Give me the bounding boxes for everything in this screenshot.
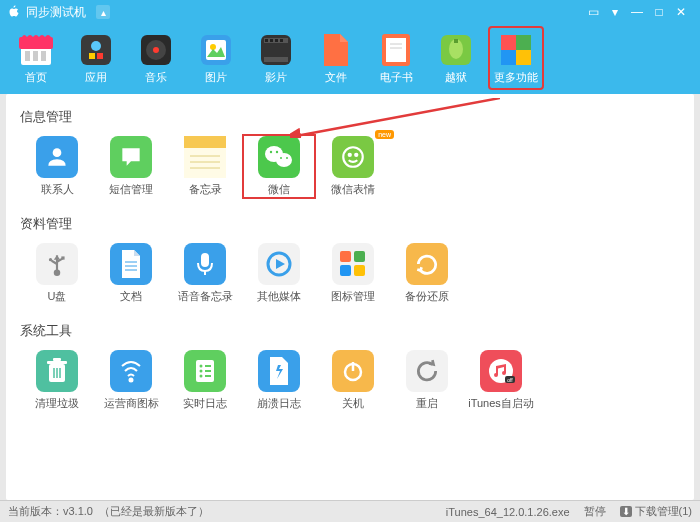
item-emoji[interactable]: new微信表情 bbox=[316, 134, 390, 199]
version-label: 当前版本：v3.1.0 bbox=[8, 504, 93, 519]
item-label: 其他媒体 bbox=[257, 289, 301, 304]
item-contact[interactable]: 联系人 bbox=[20, 134, 94, 199]
toolbar-label: 更多功能 bbox=[494, 70, 538, 85]
svg-rect-2 bbox=[25, 51, 30, 61]
svg-point-41 bbox=[270, 151, 272, 153]
main-toolbar: 首页应用音乐图片影片文件电子书越狱更多功能 bbox=[0, 24, 700, 94]
pin-icon[interactable]: ▴ bbox=[96, 5, 110, 19]
maximize-button[interactable]: □ bbox=[648, 1, 670, 23]
item-label: 清理垃圾 bbox=[35, 396, 79, 411]
minimize-button[interactable]: — bbox=[626, 1, 648, 23]
toolbar-photo[interactable]: 图片 bbox=[188, 26, 244, 90]
item-label: U盘 bbox=[48, 289, 67, 304]
item-memo[interactable]: 备忘录 bbox=[168, 134, 242, 199]
item-label: 备忘录 bbox=[189, 182, 222, 197]
svg-rect-19 bbox=[270, 39, 273, 42]
toolbar-jail[interactable]: 越狱 bbox=[428, 26, 484, 90]
item-label: 崩溃日志 bbox=[257, 396, 301, 411]
svg-rect-57 bbox=[201, 253, 209, 267]
svg-rect-23 bbox=[386, 38, 406, 62]
toolbar-apps[interactable]: 应用 bbox=[68, 26, 124, 90]
svg-point-44 bbox=[286, 157, 288, 159]
toolbar-music[interactable]: 音乐 bbox=[128, 26, 184, 90]
exe-label: iTunes_64_12.0.1.26.exe bbox=[446, 506, 570, 518]
toolbar-file[interactable]: 文件 bbox=[308, 26, 364, 90]
svg-point-46 bbox=[349, 154, 351, 156]
item-media[interactable]: 其他媒体 bbox=[242, 241, 316, 306]
item-label: 图标管理 bbox=[331, 289, 375, 304]
svg-rect-34 bbox=[184, 136, 226, 148]
toolbar-label: 电子书 bbox=[380, 70, 413, 85]
close-button[interactable]: ✕ bbox=[670, 1, 692, 23]
pause-button[interactable]: 暂停 bbox=[584, 504, 606, 519]
item-label: 联系人 bbox=[41, 182, 74, 197]
svg-point-47 bbox=[355, 154, 357, 156]
toolbar-label: 音乐 bbox=[145, 70, 167, 85]
svg-point-11 bbox=[153, 47, 159, 53]
svg-point-70 bbox=[130, 379, 133, 382]
svg-point-6 bbox=[91, 41, 101, 51]
toolbar-video[interactable]: 影片 bbox=[248, 26, 304, 90]
toolbar-label: 图片 bbox=[205, 70, 227, 85]
version-note: （已经是最新版本了） bbox=[99, 504, 209, 519]
skin-icon[interactable]: ▾ bbox=[604, 1, 626, 23]
svg-rect-18 bbox=[265, 39, 268, 42]
apple-icon bbox=[8, 5, 20, 20]
item-backup[interactable]: 备份还原 bbox=[390, 241, 464, 306]
toolbar-label: 首页 bbox=[25, 70, 47, 85]
item-signal[interactable]: 运营商图标 bbox=[94, 348, 168, 413]
svg-rect-66 bbox=[53, 358, 61, 361]
settings-icon[interactable]: ▭ bbox=[582, 1, 604, 23]
item-label: 文档 bbox=[120, 289, 142, 304]
item-doc[interactable]: 文档 bbox=[94, 241, 168, 306]
item-wechat[interactable]: 微信 bbox=[242, 134, 316, 199]
svg-rect-30 bbox=[516, 35, 531, 50]
section-title: 系统工具 bbox=[20, 322, 684, 340]
item-crash[interactable]: 崩溃日志 bbox=[242, 348, 316, 413]
svg-rect-65 bbox=[47, 361, 67, 364]
toolbar-label: 应用 bbox=[85, 70, 107, 85]
svg-point-33 bbox=[53, 148, 62, 157]
svg-rect-31 bbox=[501, 50, 516, 65]
svg-point-72 bbox=[200, 365, 203, 368]
item-label: 重启 bbox=[416, 396, 438, 411]
item-label: 语音备忘录 bbox=[178, 289, 233, 304]
toolbar-home[interactable]: 首页 bbox=[8, 26, 64, 90]
svg-rect-17 bbox=[264, 57, 288, 62]
item-label: 微信表情 bbox=[331, 182, 375, 197]
svg-rect-3 bbox=[33, 51, 38, 61]
download-manager[interactable]: ⬇下载管理(1) bbox=[620, 504, 692, 519]
new-badge: new bbox=[375, 130, 394, 139]
section-title: 信息管理 bbox=[20, 108, 684, 126]
toolbar-book[interactable]: 电子书 bbox=[368, 26, 424, 90]
svg-rect-62 bbox=[340, 265, 351, 276]
svg-rect-20 bbox=[275, 39, 278, 42]
titlebar: 同步测试机 ▴ ▭ ▾ — □ ✕ bbox=[0, 0, 700, 24]
svg-point-40 bbox=[276, 153, 292, 167]
item-label: 微信 bbox=[268, 182, 290, 197]
item-log[interactable]: 实时日志 bbox=[168, 348, 242, 413]
svg-rect-32 bbox=[516, 50, 531, 65]
toolbar-more[interactable]: 更多功能 bbox=[488, 26, 544, 90]
item-usb[interactable]: U盘 bbox=[20, 241, 94, 306]
svg-point-42 bbox=[276, 151, 278, 153]
svg-rect-29 bbox=[501, 35, 516, 50]
svg-rect-4 bbox=[41, 51, 46, 61]
toolbar-label: 文件 bbox=[325, 70, 347, 85]
statusbar: 当前版本：v3.1.0 （已经是最新版本了） iTunes_64_12.0.1.… bbox=[0, 500, 700, 522]
window-title: 同步测试机 bbox=[26, 4, 86, 21]
toolbar-label: 越狱 bbox=[445, 70, 467, 85]
item-mic[interactable]: 语音备忘录 bbox=[168, 241, 242, 306]
svg-rect-7 bbox=[89, 53, 95, 59]
toolbar-label: 影片 bbox=[265, 70, 287, 85]
svg-rect-21 bbox=[280, 39, 283, 42]
item-restart[interactable]: 重启 bbox=[390, 348, 464, 413]
item-label: 运营商图标 bbox=[104, 396, 159, 411]
item-power[interactable]: 关机 bbox=[316, 348, 390, 413]
svg-rect-8 bbox=[97, 53, 103, 59]
svg-text:off: off bbox=[507, 377, 513, 383]
item-trash[interactable]: 清理垃圾 bbox=[20, 348, 94, 413]
item-icons[interactable]: 图标管理 bbox=[316, 241, 390, 306]
item-itunes[interactable]: offiTunes自启动 bbox=[464, 348, 538, 413]
item-sms[interactable]: 短信管理 bbox=[94, 134, 168, 199]
